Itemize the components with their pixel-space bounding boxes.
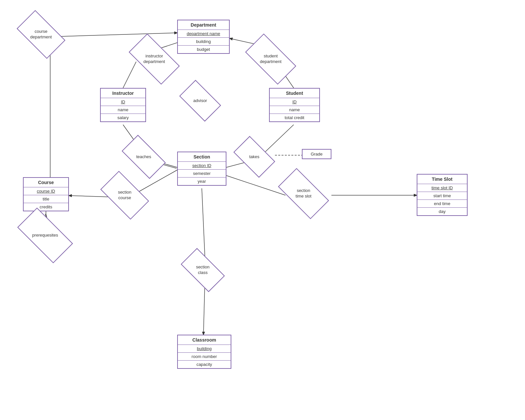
- instructor-attr-id: ID: [101, 98, 145, 106]
- prerequisites-diamond: prerequesites: [20, 221, 71, 249]
- section-entity: Section section ID semester year: [177, 152, 226, 186]
- course-department-diamond: coursedepartment: [20, 21, 62, 48]
- student-entity: Student ID name total credit: [269, 88, 320, 122]
- section-course-diamond: sectioncourse: [103, 182, 146, 208]
- section-attr-id: section ID: [178, 162, 226, 170]
- timeslot-attr-id: time slot ID: [417, 184, 467, 192]
- course-attr-title: title: [24, 195, 68, 203]
- course-attr-credits: credits: [24, 203, 68, 211]
- section-title: Section: [178, 152, 226, 162]
- department-attr-building: building: [178, 38, 229, 46]
- classroom-title: Classroom: [178, 335, 231, 345]
- teaches-diamond: teaches: [124, 145, 163, 168]
- instructor-attr-name: name: [101, 106, 145, 114]
- takes-diamond: takes: [236, 145, 272, 168]
- timeslot-attr-day: day: [417, 208, 467, 215]
- student-attr-credits: total credit: [270, 114, 319, 121]
- department-attr-budget: budget: [178, 46, 229, 53]
- student-attr-id: ID: [270, 98, 319, 106]
- course-attr-id: course ID: [24, 187, 68, 195]
- svg-line-17: [202, 188, 205, 261]
- timeslot-attr-end: end time: [417, 200, 467, 208]
- svg-line-14: [69, 196, 108, 197]
- grade-entity: Grade: [302, 149, 331, 159]
- department-title: Department: [178, 20, 229, 30]
- student-attr-name: name: [270, 106, 319, 114]
- classroom-attr-capacity: capacity: [178, 361, 231, 368]
- timeslot-attr-start: start time: [417, 192, 467, 200]
- department-entity: Department department name building budg…: [177, 20, 230, 54]
- classroom-entity: Classroom building room number capacity: [177, 335, 231, 369]
- instructor-attr-salary: salary: [101, 114, 145, 121]
- timeslot-title: Time Slot: [417, 175, 467, 184]
- svg-line-15: [226, 176, 285, 195]
- classroom-attr-room: room number: [178, 353, 231, 361]
- instructor-title: Instructor: [101, 89, 145, 98]
- section-timeslot-diamond: sectiontime slot: [281, 180, 326, 207]
- instructor-entity: Instructor ID name salary: [100, 88, 146, 122]
- instructor-department-diamond: instructordepartment: [131, 46, 177, 72]
- svg-line-0: [50, 33, 177, 37]
- course-title: Course: [24, 178, 68, 187]
- student-department-diamond: studentdepartment: [248, 46, 294, 72]
- timeslot-entity: Time Slot time slot ID start time end ti…: [417, 174, 468, 216]
- section-class-diamond: sectionclass: [183, 259, 222, 282]
- grade-label: Grade: [303, 150, 331, 158]
- section-attr-semester: semester: [178, 170, 226, 178]
- section-attr-year: year: [178, 178, 226, 185]
- course-entity: Course course ID title credits: [23, 177, 69, 211]
- advisor-diamond: advisor: [182, 89, 218, 112]
- student-title: Student: [270, 89, 319, 98]
- classroom-attr-building: building: [178, 345, 231, 353]
- department-attr-name: department name: [178, 30, 229, 38]
